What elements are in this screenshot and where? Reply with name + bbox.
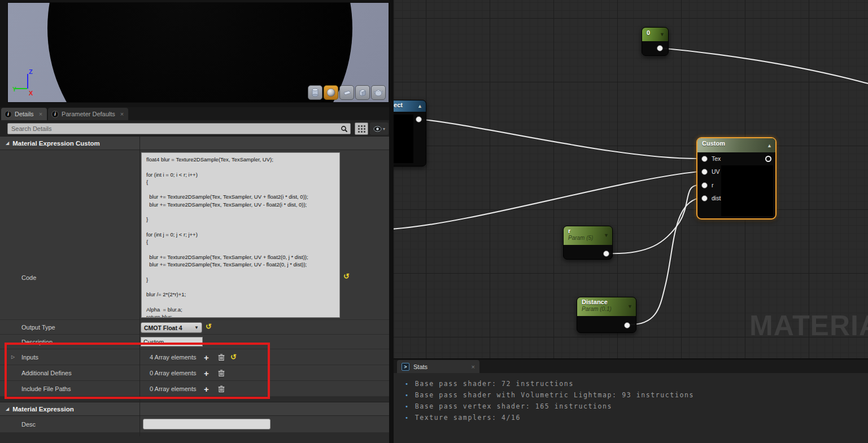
collapse-icon[interactable]: ▲ <box>767 143 772 148</box>
plane-icon <box>342 88 352 97</box>
bullet-icon: • <box>405 415 409 421</box>
input-pin-uv[interactable] <box>701 169 708 175</box>
details-search-row: Search Details <box>0 120 390 136</box>
info-icon: i <box>5 111 12 118</box>
section-material-expression[interactable]: ◢ Material Expression <box>0 402 390 416</box>
pin-label-tex: Tex <box>712 155 721 162</box>
preview-sphere-mesh <box>47 2 352 103</box>
reset-to-default-icon[interactable]: ↺ <box>206 323 212 330</box>
node-subtitle: Param (0.1) <box>582 306 612 312</box>
wire-distance-to-dist <box>627 198 699 324</box>
node-constant-0[interactable]: 0 ▼ <box>642 27 669 56</box>
cube-shape-button[interactable] <box>355 85 370 100</box>
desc-row: Desc <box>0 416 390 433</box>
desc-input[interactable] <box>143 419 271 429</box>
node-header[interactable]: ject ▲ <box>394 100 426 112</box>
close-icon[interactable]: × <box>472 363 475 370</box>
cylinder-shape-button[interactable] <box>308 85 322 100</box>
close-icon[interactable]: × <box>39 111 42 117</box>
node-title: r <box>568 228 609 234</box>
node-title: Distance <box>582 299 633 305</box>
bullet-icon: • <box>405 381 409 387</box>
plane-shape-button[interactable] <box>339 85 354 100</box>
sphere-icon <box>326 88 335 97</box>
code-text: float4 blur = Texture2DSample(Tex, TexSa… <box>142 153 339 318</box>
axis-y-line <box>15 88 27 89</box>
node-header[interactable]: r Param (5) ▼ <box>564 226 612 245</box>
node-subtitle: Param (5) <box>568 235 593 241</box>
node-custom-expression[interactable]: Custom ▲ Tex UV r dist <box>696 137 777 220</box>
output-pin[interactable] <box>603 251 609 257</box>
code-label: Code <box>21 274 36 281</box>
input-pin-dist[interactable] <box>701 195 708 201</box>
node-distance-parameter[interactable]: Distance Param (0.1) ▼ <box>577 297 636 333</box>
pin-label-uv: UV <box>712 168 720 175</box>
output-pin[interactable] <box>765 156 771 162</box>
close-icon[interactable]: × <box>120 111 124 117</box>
stats-line-text: Texture samplers: 4/16 <box>415 414 521 422</box>
material-graph-canvas[interactable]: MATERIA 0 ▼ <box>394 0 868 358</box>
section-material-expression-custom[interactable]: ◢ Material Expression Custom <box>0 136 390 150</box>
stats-line: • Base pass shader with Volumetric Light… <box>405 389 694 401</box>
axis-z-label: Z <box>29 68 33 75</box>
panel-splitter[interactable] <box>389 0 394 443</box>
pin-label-r: r <box>712 182 714 188</box>
chevron-down-icon: ▼ <box>194 325 199 330</box>
wire-textureobject-to-tex <box>418 119 699 159</box>
input-pin-r[interactable] <box>701 182 708 188</box>
stats-line: • Base pass vertex shader: 165 instructi… <box>405 401 694 412</box>
search-placeholder: Search Details <box>11 125 341 132</box>
tab-parameter-defaults-label: Parameter Defaults <box>62 111 115 117</box>
stats-output: • Base pass shader: 72 instructions • Ba… <box>405 378 694 423</box>
section-collapse-icon: ◢ <box>6 141 9 146</box>
tab-details-label: Details <box>15 111 34 117</box>
input-pin-tex[interactable] <box>701 156 708 162</box>
graph-watermark: MATERIA <box>749 309 868 342</box>
output-type-label: Output Type <box>21 324 55 331</box>
output-pin[interactable] <box>624 322 630 328</box>
node-header[interactable]: Distance Param (0.1) ▼ <box>577 297 636 316</box>
chevron-down-icon[interactable]: ▼ <box>627 304 633 309</box>
wire-r-to-r <box>606 185 699 253</box>
sphere-shape-button[interactable] <box>324 85 338 100</box>
node-header[interactable]: 0 ▼ <box>642 28 668 41</box>
node-texture-object[interactable]: ject ▲ <box>394 100 426 166</box>
tab-stats-label: Stats <box>413 363 428 370</box>
node-header[interactable]: Custom ▲ <box>697 138 775 152</box>
info-icon: i <box>51 111 59 118</box>
stats-line: • Texture samplers: 4/16 <box>405 412 694 423</box>
details-tab-bar: i Details × i Parameter Defaults × <box>0 107 390 120</box>
material-preview-viewport[interactable]: Z Y X <box>7 2 389 103</box>
search-icon <box>341 125 348 133</box>
section-collapse-icon: ◢ <box>6 406 9 411</box>
output-type-dropdown[interactable]: CMOT Float 4 ▼ <box>141 322 202 333</box>
teapot-shape-button[interactable] <box>371 85 386 100</box>
view-options-button[interactable]: ▾ <box>370 122 389 135</box>
tab-details[interactable]: i Details × <box>1 108 47 120</box>
tab-parameter-defaults[interactable]: i Parameter Defaults × <box>48 108 128 120</box>
eye-caret-icon: ▾ <box>383 126 385 131</box>
cylinder-icon <box>311 88 319 97</box>
stats-tab-bar: > Stats × <box>394 359 868 373</box>
output-pin[interactable] <box>657 45 663 51</box>
search-details-input[interactable]: Search Details <box>7 123 351 134</box>
chevron-down-icon[interactable]: ▼ <box>660 32 665 37</box>
section-title: Material Expression Custom <box>12 140 100 147</box>
eye-icon <box>373 126 382 132</box>
reset-to-default-icon[interactable]: ↺ <box>343 273 350 280</box>
material-editor-window: Z Y X <box>0 0 868 443</box>
section-title: Material Expression <box>12 406 74 413</box>
node-title: ject <box>394 102 403 108</box>
output-pin[interactable] <box>416 116 422 122</box>
axis-gizmo: Z Y X <box>12 67 46 101</box>
wire-const0-out <box>660 48 868 84</box>
collapse-icon[interactable]: ▲ <box>417 103 422 109</box>
node-preview-thumbnail <box>721 165 773 216</box>
chevron-down-icon[interactable]: ▼ <box>604 233 609 238</box>
node-r-parameter[interactable]: r Param (5) ▼ <box>563 226 613 260</box>
property-matrix-button[interactable] <box>355 122 368 135</box>
code-text-area[interactable]: float4 blur = Texture2DSample(Tex, TexSa… <box>141 152 340 318</box>
tab-stats[interactable]: > Stats × <box>397 360 479 373</box>
stats-icon: > <box>402 363 409 371</box>
axis-y-label: Y <box>12 86 16 93</box>
